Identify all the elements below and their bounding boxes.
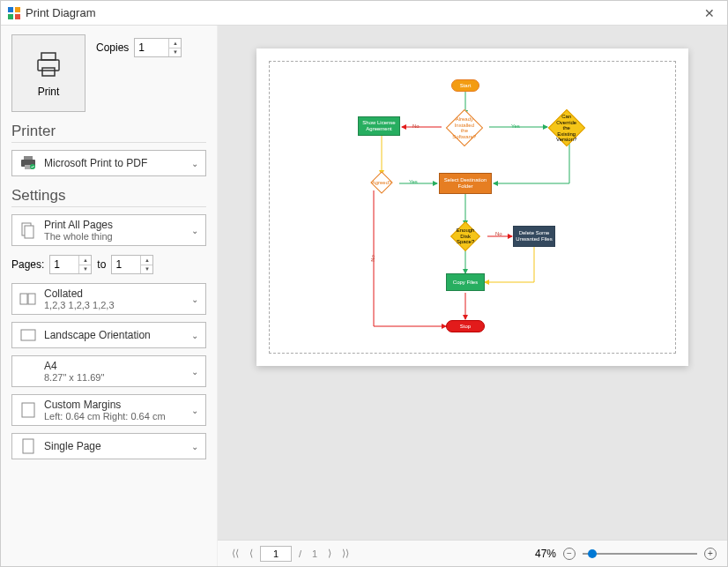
svg-rect-9	[20, 294, 27, 304]
node-select-dest: Select Destination Folder	[439, 173, 492, 194]
chevron-down-icon: ⌄	[191, 159, 198, 168]
scope-title: Print All Pages	[44, 219, 184, 231]
page-icon	[19, 438, 37, 454]
node-can-override: Can Override the Existing Version?	[548, 109, 585, 146]
next-page-button[interactable]: ⟩	[324, 546, 335, 561]
edge-label-no: No	[495, 231, 502, 236]
preview-area: Start Show License Agreement Already Ins…	[218, 26, 727, 566]
paper-title: A4	[44, 360, 184, 372]
scope-sub: The whole thing	[44, 231, 184, 242]
pageset-select[interactable]: Single Page ⌄	[11, 433, 206, 459]
prev-page-button[interactable]: ⟨	[246, 546, 256, 561]
collate-sub: 1,2,3 1,2,3 1,2,3	[44, 300, 184, 310]
pages-to-spinner[interactable]: ▲▼	[111, 255, 153, 274]
pages-from-input[interactable]	[50, 256, 78, 273]
window-title: Print Diagram	[26, 6, 694, 19]
page-sep: /	[295, 547, 305, 561]
svg-rect-13	[23, 439, 33, 453]
print-label: Print	[38, 86, 60, 98]
svg-rect-8	[25, 226, 33, 238]
margins-sub: Left: 0.64 cm Right: 0.64 cm	[44, 411, 184, 422]
app-icon	[8, 7, 20, 19]
spin-down-icon[interactable]: ▼	[79, 265, 91, 274]
svg-rect-0	[41, 53, 56, 60]
spin-up-icon[interactable]: ▲	[169, 39, 181, 48]
node-enough-space: Enough Disk Space?	[450, 221, 480, 251]
orientation-label: Landscape Orientation	[44, 329, 184, 341]
collate-title: Collated	[44, 287, 184, 300]
page-current-input[interactable]	[260, 546, 292, 562]
statusbar: ⟨⟨ ⟨ / 1 ⟩ ⟩⟩ 47% − +	[218, 540, 727, 566]
chevron-down-icon: ⌄	[191, 442, 198, 451]
first-page-button[interactable]: ⟨⟨	[228, 546, 242, 561]
print-page: Start Show License Agreement Already Ins…	[256, 48, 688, 366]
chevron-down-icon: ⌄	[191, 406, 198, 415]
paper-select[interactable]: A4 8.27" x 11.69" ⌄	[11, 355, 206, 387]
zoom-out-button[interactable]: −	[563, 548, 576, 560]
node-delete-files: Delete Some Unwanted Files	[513, 226, 555, 247]
node-copy-files: Copy Files	[446, 273, 485, 291]
spin-down-icon[interactable]: ▼	[141, 265, 152, 274]
settings-section-title: Settings	[11, 187, 206, 207]
pageset-label: Single Page	[44, 440, 184, 452]
chevron-down-icon: ⌄	[191, 295, 198, 304]
svg-rect-1	[38, 60, 59, 71]
pages-icon	[19, 221, 37, 239]
spin-down-icon[interactable]: ▼	[169, 48, 181, 57]
svg-rect-3	[24, 156, 33, 160]
zoom-thumb[interactable]	[588, 549, 597, 558]
sidebar: Print Copies ▲ ▼ Printer	[1, 26, 218, 566]
node-show-license: Show License Agreement	[358, 116, 400, 136]
pages-label: Pages:	[11, 258, 44, 271]
svg-rect-10	[28, 294, 35, 304]
edge-label-no: No	[412, 123, 420, 129]
zoom-value: 47%	[535, 548, 556, 560]
titlebar: Print Diagram ✕	[1, 1, 727, 26]
node-agreed: Agreed?	[370, 171, 392, 193]
connectors	[270, 62, 675, 353]
last-page-button[interactable]: ⟩⟩	[338, 546, 353, 561]
pages-from-spinner[interactable]: ▲▼	[49, 255, 92, 274]
printer-name: Microsoft Print to PDF	[44, 157, 184, 169]
printer-device-icon	[19, 155, 37, 171]
svg-rect-2	[42, 68, 55, 76]
copies-spinner[interactable]: ▲ ▼	[134, 38, 182, 57]
printer-icon	[33, 48, 64, 80]
printer-section-title: Printer	[11, 123, 206, 143]
node-already-installed: Already Installed the Software?	[446, 109, 483, 146]
node-stop: Stop	[446, 320, 485, 332]
margins-icon	[19, 402, 37, 418]
zoom-slider[interactable]	[583, 553, 697, 555]
zoom-in-button[interactable]: +	[704, 548, 717, 560]
copies-label: Copies	[96, 41, 129, 54]
edge-label-yes: Yes	[409, 179, 418, 184]
canvas[interactable]: Start Show License Agreement Already Ins…	[218, 26, 727, 540]
printer-select[interactable]: Microsoft Print to PDF ⌄	[11, 150, 206, 176]
svg-rect-12	[22, 403, 34, 417]
chevron-down-icon: ⌄	[191, 331, 198, 340]
chevron-down-icon: ⌄	[191, 367, 198, 377]
margins-title: Custom Margins	[44, 399, 184, 411]
page-total: 1	[308, 547, 321, 561]
zoom-controls: 47% − +	[535, 548, 717, 560]
print-dialog: Print Diagram ✕ Print Copies	[0, 0, 728, 567]
print-button[interactable]: Print	[11, 34, 85, 112]
page-nav: ⟨⟨ ⟨ / 1 ⟩ ⟩⟩	[228, 546, 353, 562]
orientation-select[interactable]: Landscape Orientation ⌄	[11, 322, 206, 348]
svg-rect-11	[21, 330, 35, 340]
scope-select[interactable]: Print All Pages The whole thing ⌄	[11, 214, 206, 246]
spin-up-icon[interactable]: ▲	[141, 256, 152, 265]
edge-label-no: No	[370, 255, 375, 262]
pages-to-label: to	[97, 258, 106, 271]
pages-to-input[interactable]	[112, 256, 140, 273]
copies-input[interactable]	[135, 39, 168, 56]
node-start: Start	[451, 79, 479, 92]
paper-sub: 8.27" x 11.69"	[44, 372, 184, 383]
margins-select[interactable]: Custom Margins Left: 0.64 cm Right: 0.64…	[11, 394, 206, 426]
collate-icon	[19, 292, 37, 306]
chevron-down-icon: ⌄	[191, 226, 198, 235]
collate-select[interactable]: Collated 1,2,3 1,2,3 1,2,3 ⌄	[11, 283, 206, 315]
spin-up-icon[interactable]: ▲	[79, 256, 91, 265]
close-button[interactable]: ✕	[699, 3, 720, 24]
orientation-icon	[19, 329, 37, 341]
